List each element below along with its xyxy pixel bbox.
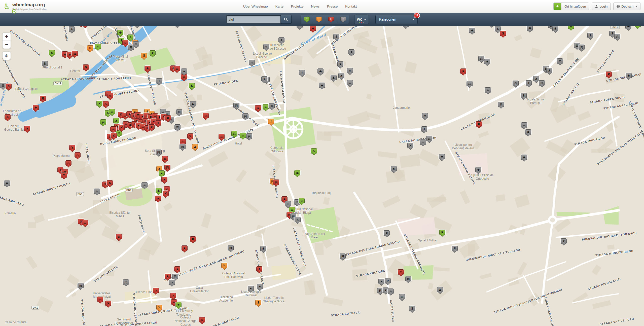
marker-toilet[interactable]: ♿ [295, 217, 301, 224]
logo[interactable]: ♿+ wheelmap.org Rollstuhlgerechte Orte f… [4, 2, 47, 11]
marker-theater[interactable]: ☺ [299, 198, 305, 205]
search-button[interactable] [280, 15, 292, 24]
marker-bakery[interactable]: ● [159, 170, 165, 177]
marker-cross[interactable]: ✚ [117, 30, 123, 37]
marker-atm[interactable]: ▤ [273, 179, 279, 186]
marker-parking[interactable]: P [439, 230, 445, 236]
marker-cross[interactable]: ✚ [297, 26, 303, 29]
search-input[interactable] [226, 15, 280, 23]
marker-tools[interactable]: ✱ [626, 73, 632, 80]
marker-clock[interactable]: ◔ [153, 288, 159, 294]
marker-justice[interactable]: ⚖ [478, 56, 484, 62]
marker-grave[interactable]: † [268, 119, 274, 125]
marker-tools[interactable]: ✱ [145, 66, 151, 72]
marker-cafe[interactable]: ☕ [263, 104, 269, 111]
marker-university[interactable]: ★ [155, 196, 161, 202]
nav-presse[interactable]: Presse [327, 5, 338, 8]
marker-theater[interactable]: ☺ [203, 113, 209, 120]
marker-justice[interactable]: ⚖ [467, 81, 473, 88]
marker-bank[interactable]: $ [107, 180, 113, 187]
marker-tools[interactable]: ✱ [4, 180, 10, 187]
marker-clock[interactable]: ◔ [169, 280, 175, 286]
marker-school[interactable]: ✎ [263, 44, 269, 51]
marker-tools[interactable]: ✱ [484, 59, 490, 65]
marker-fountain[interactable]: ◉ [294, 170, 300, 177]
marker-family[interactable]: ♟ [331, 75, 337, 82]
marker-cafe[interactable]: ☕ [94, 189, 100, 195]
marker-cross[interactable]: ✚ [469, 28, 475, 34]
marker-bus[interactable]: ⊞ [78, 283, 84, 289]
marker-clock[interactable]: ◔ [170, 293, 176, 300]
marker-restaurant[interactable]: ✘ [105, 301, 111, 307]
marker-money[interactable]: $ [189, 83, 195, 90]
nav-kontakt[interactable]: Kontakt [345, 5, 357, 8]
marker-university[interactable]: ★ [255, 105, 261, 112]
marker-restaurant[interactable]: ✘ [119, 125, 125, 131]
marker-bar[interactable]: Y [61, 172, 67, 179]
marker-toilet[interactable]: ♿ [311, 148, 317, 155]
marker-bus[interactable]: ⊞ [399, 294, 405, 301]
marker-family[interactable]: ♟ [190, 101, 196, 108]
filter-status-yes[interactable]: ✔ [301, 15, 313, 24]
marker-bar[interactable]: Y [69, 145, 75, 152]
marker-cafe[interactable]: ☕ [110, 126, 116, 133]
zoom-out-button[interactable]: − [3, 41, 11, 49]
marker-restaurant[interactable]: ✘ [338, 73, 344, 80]
marker-theater[interactable]: ☺ [133, 41, 139, 48]
marker-tools[interactable]: ✱ [260, 246, 266, 252]
marker-justice[interactable]: ⚖ [513, 81, 519, 87]
marker-bakery[interactable]: ● [24, 126, 30, 132]
marker-atm[interactable]: ▤ [233, 103, 239, 109]
marker-bus[interactable]: ⊞ [228, 245, 234, 252]
marker-atm[interactable]: ▤ [164, 165, 170, 171]
marker-bus[interactable]: ⊞ [40, 96, 46, 102]
marker-money[interactable]: $ [333, 34, 339, 41]
marker-basket[interactable]: ▼ [378, 279, 384, 285]
marker-clothing[interactable]: ▼ [337, 61, 343, 68]
marker-computer[interactable]: ▢ [123, 279, 129, 286]
marker-library[interactable]: ≣ [269, 103, 275, 110]
marker-atm[interactable]: ▤ [172, 274, 178, 280]
nav-news[interactable]: News [311, 5, 319, 8]
marker-money[interactable]: $ [42, 61, 48, 67]
marker-cafe[interactable]: ☕ [219, 134, 225, 140]
marker-restaurant[interactable]: ✘ [498, 102, 504, 108]
marker-cross[interactable]: ✚ [33, 105, 39, 112]
marker-police[interactable]: ◆ [317, 68, 324, 75]
marker-money[interactable]: $ [199, 317, 205, 324]
marker-money[interactable]: $ [587, 33, 593, 39]
marker-cafe[interactable]: ☕ [97, 297, 103, 303]
marker-atm[interactable]: ▤ [156, 150, 162, 156]
marker-bus[interactable]: ⊞ [174, 66, 180, 73]
marker-cross[interactable]: ✚ [69, 26, 75, 33]
marker-tools[interactable]: ✱ [552, 26, 558, 32]
marker-atm[interactable]: ▤ [242, 113, 248, 120]
marker-tools[interactable]: ✱ [439, 154, 445, 161]
marker-money[interactable]: $ [141, 53, 147, 59]
marker-money[interactable]: $ [6, 84, 12, 90]
marker-school[interactable]: ✎ [187, 133, 193, 140]
marker-bus[interactable]: ⊞ [405, 276, 411, 283]
marker-restaurant[interactable]: ✘ [460, 68, 466, 75]
marker-cross[interactable]: ✚ [475, 167, 481, 174]
marker-playground[interactable]: ♟ [437, 287, 443, 294]
marker-cafe[interactable]: ☕ [485, 87, 491, 94]
marker-cafe[interactable]: ☕ [141, 182, 148, 189]
marker-restaurant[interactable]: ✘ [49, 50, 55, 57]
marker-money[interactable]: $ [500, 31, 506, 37]
filter-status-unknown[interactable]: ◎ [337, 15, 349, 24]
marker-restaurant[interactable]: ✘ [149, 124, 155, 131]
marker-cross[interactable]: ✚ [155, 120, 161, 127]
marker-restaurant[interactable]: ✘ [111, 133, 117, 139]
marker-cross[interactable]: ✚ [625, 26, 631, 30]
marker-cross[interactable]: ✚ [310, 26, 316, 32]
add-place-button[interactable]: + Ort hinzufügen [553, 3, 589, 10]
marker-university[interactable]: ★ [174, 266, 180, 273]
nav-karte[interactable]: Karte [275, 5, 283, 8]
marker-money[interactable]: $ [521, 93, 527, 99]
marker-person[interactable]: ♟ [156, 188, 162, 195]
map-canvas[interactable]: STRADA HOREASTRADA EMIL RACOVIȚĂSTRADA D… [0, 26, 644, 326]
marker-restaurant[interactable]: ✘ [606, 71, 612, 78]
marker-cafe[interactable]: ☕ [388, 288, 394, 295]
marker-money[interactable]: $ [5, 114, 11, 121]
